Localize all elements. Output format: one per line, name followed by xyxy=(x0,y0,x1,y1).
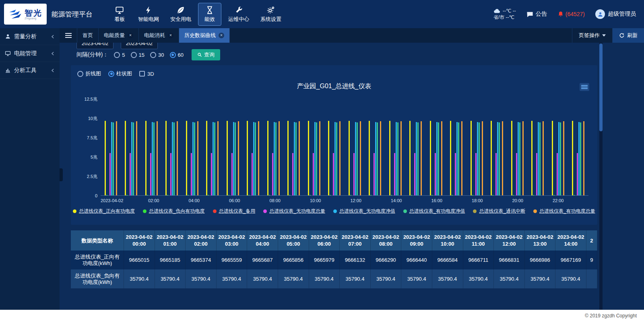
bar xyxy=(414,153,415,195)
sidebar-item-分析工具[interactable]: 分析工具 xyxy=(0,62,60,79)
tab-close-icon[interactable]: × xyxy=(168,33,173,38)
scrollbar-thumb[interactable] xyxy=(599,43,603,131)
legend-marker xyxy=(143,209,147,213)
tab-label: 历史数据曲线 xyxy=(184,32,216,39)
bar xyxy=(125,121,126,195)
bar xyxy=(369,121,370,195)
sidebar-item-电能管理[interactable]: 电能管理 xyxy=(0,45,60,62)
x-axis-label: 20:00 xyxy=(508,198,528,203)
legend-item[interactable]: 总进线仪表_无功电度总量 xyxy=(263,208,325,215)
nav-item-智能电网[interactable]: 智能电网 xyxy=(134,3,163,26)
bar xyxy=(330,195,331,195)
alarm-count: (64527) xyxy=(566,11,585,17)
table-header-cell: 2023-04-02 01:00 xyxy=(155,230,186,251)
interval-radio-30[interactable]: 30 xyxy=(150,52,164,58)
bar-group xyxy=(141,99,162,195)
bar xyxy=(111,122,112,195)
chevron-left-icon xyxy=(51,52,55,56)
app-title: 能源管理平台 xyxy=(52,10,93,19)
tab-close-icon[interactable]: × xyxy=(219,33,224,38)
radio-label: 60 xyxy=(178,52,184,58)
table-header-cell: 2023-04-02 07:00 xyxy=(340,230,371,251)
refresh-button[interactable]: 刷新 xyxy=(612,28,644,43)
value-cell: 35790.4 xyxy=(247,269,278,288)
x-axis-label: 14:00 xyxy=(386,198,407,203)
chart-type-radio-折线图[interactable]: 折线图 xyxy=(77,70,101,77)
tab-历史数据曲线[interactable]: 历史数据曲线× xyxy=(179,28,230,43)
interval-radio-15[interactable]: 15 xyxy=(131,52,144,58)
x-axis-label xyxy=(407,198,427,203)
table-header-cell: 2023-04-02 05:00 xyxy=(278,230,309,251)
bar-group xyxy=(324,99,345,195)
legend-item[interactable]: 总进线仪表_通讯中断 xyxy=(473,208,525,215)
bar xyxy=(299,121,300,195)
chart-context-menu-button[interactable] xyxy=(580,83,589,91)
bar xyxy=(552,121,553,195)
query-button[interactable]: 查询 xyxy=(192,49,220,60)
bar xyxy=(172,122,173,195)
nav-item-系统设置[interactable]: 系统设置 xyxy=(256,3,286,26)
bar xyxy=(145,121,147,195)
nav-item-看板[interactable]: 看板 xyxy=(108,3,131,26)
vertical-scrollbar[interactable] xyxy=(599,43,603,310)
tab-首页[interactable]: 首页 xyxy=(77,28,99,43)
tab-close-icon[interactable]: × xyxy=(128,33,133,38)
radio-icon xyxy=(114,52,120,58)
sidebar-item-需量分析[interactable]: 需量分析 xyxy=(0,28,60,45)
bar xyxy=(147,195,148,195)
table-header-name-col: 数据类型名称 xyxy=(71,230,124,251)
start-date-input[interactable]: 2023-04-02 xyxy=(76,43,114,49)
x-axis-label xyxy=(204,198,224,203)
chart-type-radio-柱状图[interactable]: 柱状图 xyxy=(108,70,132,77)
bar xyxy=(355,122,356,195)
table-header-cell: 2023-04-02 06:00 xyxy=(309,230,340,251)
value-cell: 35790.4 xyxy=(494,269,525,288)
bar xyxy=(456,122,458,195)
legend-item[interactable]: 总进线仪表_备用 xyxy=(213,208,256,215)
sidebar-collapse-handle[interactable] xyxy=(60,168,63,181)
sidebar-toggle-button[interactable] xyxy=(60,28,77,43)
tab-电能消耗[interactable]: 电能消耗× xyxy=(139,28,179,43)
x-axis-label: 04:00 xyxy=(184,198,204,203)
x-axis-label xyxy=(245,198,265,203)
radio-icon xyxy=(77,71,83,77)
bar-group xyxy=(385,99,406,195)
value-cell: 9665856 xyxy=(278,251,309,269)
bar xyxy=(553,195,555,195)
alarm-button[interactable]: (64527) xyxy=(557,11,585,18)
nav-item-安全用电[interactable]: 安全用电 xyxy=(166,3,196,26)
bar-group xyxy=(345,99,365,195)
legend-item[interactable]: 总进线仪表_有功电度净值 xyxy=(403,208,465,215)
radio-icon xyxy=(108,71,114,77)
table-header-cell: 2023-04-02 02:00 xyxy=(186,230,217,251)
bar xyxy=(269,195,270,195)
announcement-button[interactable]: 公告 xyxy=(526,10,547,18)
bar xyxy=(109,153,111,195)
row-name-cell: 总进线仪表_正向有功电度(kWh) xyxy=(71,251,124,269)
interval-radio-60[interactable]: 60 xyxy=(170,52,184,58)
bar xyxy=(153,122,155,195)
interval-radio-5[interactable]: 5 xyxy=(114,52,125,58)
nav-item-运维中心[interactable]: 运维中心 xyxy=(224,3,254,26)
end-date-input[interactable]: 2023-04-02 xyxy=(121,43,158,49)
3d-checkbox[interactable]: 3D xyxy=(139,71,154,77)
bar-group xyxy=(406,99,426,195)
bar xyxy=(513,195,514,195)
value-cell: 35790.4 xyxy=(186,269,217,288)
bar-group xyxy=(121,99,142,195)
bar-group xyxy=(304,99,324,195)
user-icon xyxy=(597,11,603,17)
radio-label: 柱状图 xyxy=(116,70,132,77)
user-menu[interactable]: 超级管理员 xyxy=(595,9,636,19)
bar xyxy=(214,122,215,195)
tab-电能质量[interactable]: 电能质量× xyxy=(99,28,139,43)
legend-item[interactable]: 总进线仪表_无功电度净值 xyxy=(333,208,395,215)
bar xyxy=(350,195,351,195)
bar xyxy=(455,153,456,195)
legend-item[interactable]: 总进线仪表_负向有功电度 xyxy=(143,208,205,215)
legend-item[interactable]: 总进线仪表_正向有功电度 xyxy=(73,208,135,215)
legend-item[interactable]: 总进线仪表_有功电度总量 xyxy=(533,208,595,215)
nav-item-能效[interactable]: 能效 xyxy=(198,3,221,26)
legend-label: 总进线仪表_备用 xyxy=(219,208,256,215)
tab-operations-dropdown[interactable]: 页签操作 xyxy=(572,28,612,43)
